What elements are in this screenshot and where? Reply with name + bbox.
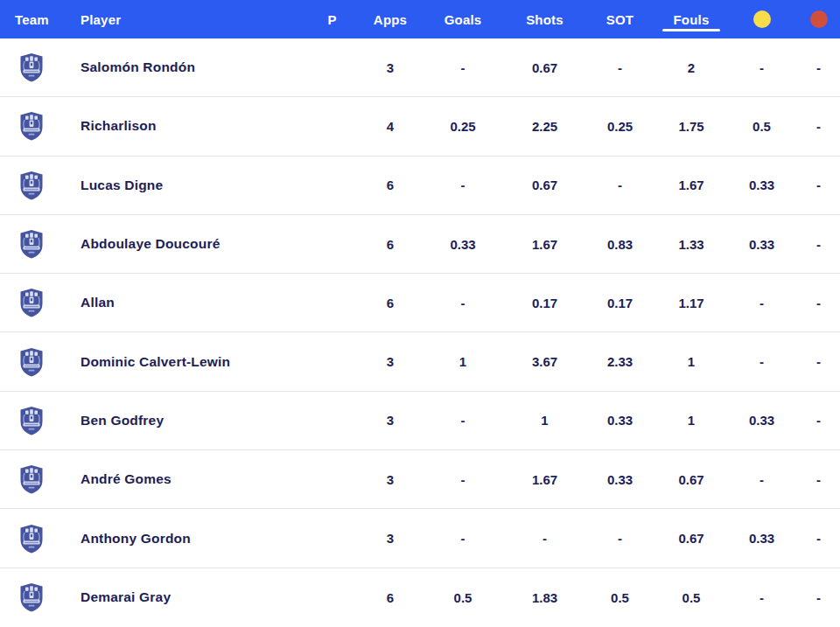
stat-red-cards: - [797,413,840,428]
stat-yellow-cards: - [726,296,797,310]
player-name-link[interactable]: Dominic Calvert-Lewin [63,354,304,370]
column-header-yellow-cards[interactable] [726,0,797,38]
red-card-icon [810,10,828,28]
team-cell [0,171,63,200]
stat-sot: 0.5 [584,590,656,605]
stat-fouls: 1.33 [656,237,726,252]
stat-sot: 2.33 [584,354,656,369]
stat-fouls: 1.67 [656,178,726,192]
stat-shots: 0.67 [506,60,584,75]
stat-apps: 3 [360,413,420,428]
stat-apps: 3 [360,531,420,546]
stat-yellow-cards: 0.33 [726,178,797,192]
stat-apps: 4 [360,119,420,134]
player-name-link[interactable]: Demarai Gray [63,589,304,605]
stat-yellow-cards: 0.33 [726,413,797,428]
stat-goals: - [420,60,506,75]
table-row: Allan 6 - 0.17 0.17 1.17 - - [0,274,840,332]
column-header-apps[interactable]: Apps [360,0,420,38]
team-cell [0,52,63,82]
stat-sot: 0.25 [584,119,656,134]
stat-sot: 0.33 [584,472,656,487]
player-name-link[interactable]: Ben Godfrey [63,413,304,428]
column-header-red-cards[interactable] [797,0,840,38]
stat-goals: 0.33 [420,237,506,252]
stat-apps: 6 [360,178,420,192]
stat-red-cards: - [797,590,840,605]
stat-fouls: 1.75 [656,119,726,134]
stat-sot: - [584,178,656,192]
team-cell [0,229,63,259]
player-name-link[interactable]: Anthony Gordon [63,531,304,547]
stat-sot: 0.33 [584,413,656,428]
stat-red-cards: - [797,472,840,487]
table-row: Lucas Digne 6 - 0.67 - 1.67 0.33 - [0,157,840,215]
stat-fouls: 1.17 [656,296,726,310]
player-name-link[interactable]: André Gomes [63,471,304,487]
stat-goals: - [420,531,506,546]
everton-crest-icon [18,582,45,612]
stat-shots: 1.67 [506,472,584,487]
player-name-link[interactable]: Salomón Rondón [63,59,304,75]
table-row: Abdoulaye Doucouré 6 0.33 1.67 0.83 1.33… [0,215,840,274]
stat-fouls: 1 [656,413,726,428]
table-row: Salomón Rondón 3 - 0.67 - 2 - - [0,38,840,97]
table-row: Demarai Gray 6 0.5 1.83 0.5 0.5 - - [0,568,840,627]
stat-goals: 0.5 [420,590,506,605]
everton-crest-icon [18,111,45,141]
stat-shots: 1.67 [506,237,584,252]
stat-yellow-cards: - [726,590,797,605]
stat-red-cards: - [797,60,840,75]
stat-goals: 1 [420,354,506,369]
team-cell [0,288,63,317]
team-cell [0,111,63,141]
stat-red-cards: - [797,237,840,252]
column-header-sot[interactable]: SOT [584,0,656,38]
stat-apps: 3 [360,60,420,75]
stat-apps: 3 [360,354,420,369]
stat-yellow-cards: - [726,60,797,75]
team-cell [0,464,63,494]
table-body: Salomón Rondón 3 - 0.67 - 2 - - [0,38,840,627]
team-cell [0,582,63,612]
player-name-link[interactable]: Richarlison [63,118,304,134]
stat-fouls: 0.67 [656,472,726,487]
everton-crest-icon [18,229,45,259]
stat-yellow-cards: 0.33 [726,531,797,546]
stat-red-cards: - [797,354,840,369]
stat-goals: - [420,472,506,487]
column-header-fouls[interactable]: Fouls [656,0,726,38]
player-name-link[interactable]: Abdoulaye Doucouré [63,236,304,252]
stat-goals: 0.25 [420,119,506,134]
column-header-team: Team [0,0,63,38]
stat-shots: 1.83 [506,590,584,605]
everton-crest-icon [18,171,45,200]
stat-fouls: 2 [656,60,726,75]
everton-crest-icon [18,524,45,554]
everton-crest-icon [18,406,45,435]
stat-apps: 3 [360,472,420,487]
stat-goals: - [420,178,506,192]
stat-sot: 0.83 [584,237,656,252]
column-header-goals[interactable]: Goals [420,0,506,38]
stat-red-cards: - [797,119,840,134]
stat-shots: - [506,531,584,546]
table-row: Anthony Gordon 3 - - - 0.67 0.33 - [0,509,840,568]
stat-yellow-cards: - [726,472,797,487]
team-cell [0,347,63,377]
everton-crest-icon [18,288,45,317]
stat-yellow-cards: 0.5 [726,119,797,134]
team-cell [0,524,63,554]
player-name-link[interactable]: Lucas Digne [63,178,304,193]
team-cell [0,406,63,435]
stat-goals: - [420,413,506,428]
stat-goals: - [420,296,506,310]
everton-crest-icon [18,347,45,377]
player-name-link[interactable]: Allan [63,295,304,310]
everton-crest-icon [18,52,45,82]
stat-red-cards: - [797,531,840,546]
column-header-shots[interactable]: Shots [506,0,584,38]
table-row: Richarlison 4 0.25 2.25 0.25 1.75 0.5 - [0,97,840,156]
column-header-p[interactable]: P [304,0,360,38]
stat-apps: 6 [360,296,420,310]
